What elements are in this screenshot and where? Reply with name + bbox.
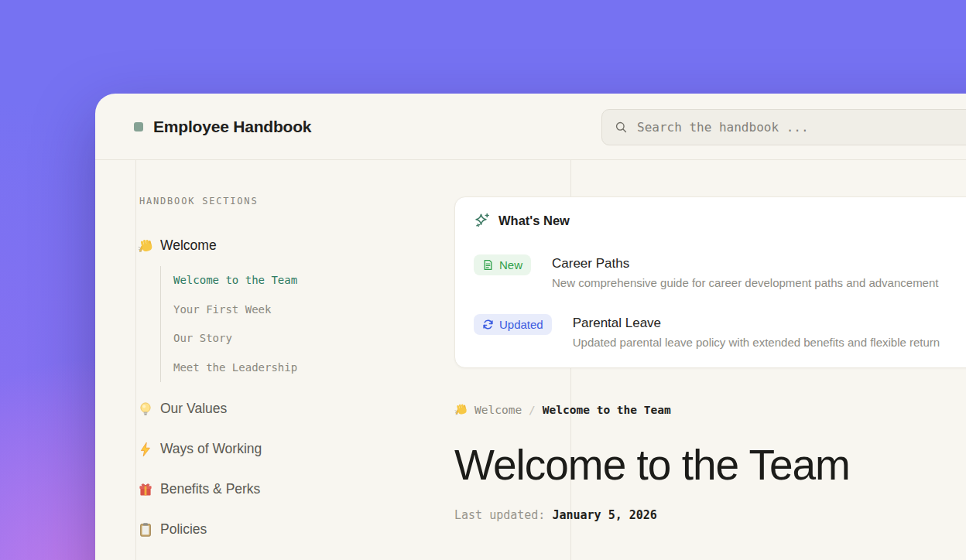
- news-item-parental-leave[interactable]: Updated Parental Leave Updated parental …: [474, 314, 966, 349]
- breadcrumb-current-page: Welcome to the Team: [543, 404, 671, 416]
- whats-new-card: What's New New Career Paths New comprehe…: [454, 196, 966, 368]
- breadcrumb: Welcome / Welcome to the Team: [454, 403, 966, 416]
- wave-icon: [138, 238, 153, 254]
- news-item-career-paths[interactable]: New Career Paths New comprehensive guide…: [474, 254, 966, 289]
- desktop-background: { "app": { "title": "Employee Handbook" …: [0, 0, 966, 560]
- sidebar-item-label: Welcome: [160, 237, 217, 254]
- search-input[interactable]: [637, 120, 966, 135]
- sidebar-item-label: Policies: [160, 521, 207, 538]
- sidebar-item-policies[interactable]: Policies: [138, 521, 471, 538]
- document-icon: [482, 259, 494, 271]
- sidebar-subitem-our-story[interactable]: Our Story: [173, 324, 471, 353]
- sparkles-icon: [474, 212, 491, 229]
- page-title: Welcome to the Team: [454, 444, 966, 487]
- sidebar-item-benefits-perks[interactable]: Benefits & Perks: [138, 481, 471, 497]
- wave-icon: [454, 403, 468, 416]
- sidebar-item-label: Our Values: [160, 401, 227, 417]
- sidebar-item-label: Ways of Working: [160, 441, 262, 457]
- sidebar-item-welcome[interactable]: Welcome: [138, 237, 471, 254]
- new-badge: New: [474, 254, 531, 275]
- last-updated: Last updated: January 5, 2026: [454, 508, 966, 522]
- sidebar-sublist: Welcome to the Team Your First Week Our …: [160, 266, 471, 382]
- sidebar-item-our-values[interactable]: Our Values: [138, 401, 471, 417]
- breadcrumb-separator: /: [529, 404, 536, 416]
- whats-new-title: What's New: [498, 213, 570, 228]
- sidebar-heading: HANDBOOK SECTIONS: [138, 196, 471, 207]
- sync-icon: [482, 319, 494, 330]
- sidebar-subitem-welcome-to-the-team[interactable]: Welcome to the Team: [173, 266, 471, 295]
- app-window: Employee Handbook HANDBOOK SECTIONS Welc…: [95, 94, 966, 560]
- last-updated-value: January 5, 2026: [552, 508, 656, 522]
- main-content: What's New New Career Paths New comprehe…: [454, 196, 966, 522]
- breadcrumb-section-link[interactable]: Welcome: [474, 404, 522, 416]
- app-title: Employee Handbook: [153, 118, 311, 136]
- news-item-description: Updated parental leave policy with exten…: [573, 336, 940, 349]
- clipboard-icon: [138, 522, 153, 538]
- sidebar-subitem-meet-the-leadership[interactable]: Meet the Leadership: [173, 353, 471, 383]
- updated-badge: Updated: [474, 314, 552, 335]
- sidebar: HANDBOOK SECTIONS Welcome Welcome to the…: [138, 196, 471, 538]
- news-item-title: Career Paths: [552, 254, 938, 272]
- gift-icon: [138, 482, 153, 497]
- left-rail-divider: [135, 160, 136, 560]
- sidebar-subitem-your-first-week[interactable]: Your First Week: [173, 295, 471, 325]
- app-logo-icon: [134, 122, 143, 131]
- sidebar-item-ways-of-working[interactable]: Ways of Working: [138, 441, 471, 457]
- app-brand: Employee Handbook: [134, 94, 311, 160]
- sidebar-item-label: Benefits & Perks: [160, 481, 260, 497]
- last-updated-label: Last updated:: [454, 508, 545, 522]
- search-bar[interactable]: [601, 109, 966, 145]
- whats-new-header: What's New: [474, 212, 966, 229]
- news-item-description: New comprehensive guide for career devel…: [552, 276, 938, 289]
- search-icon: [615, 121, 628, 134]
- zap-icon: [138, 442, 153, 457]
- bulb-icon: [138, 401, 153, 417]
- app-header: Employee Handbook: [95, 94, 966, 160]
- news-item-title: Parental Leave: [573, 314, 940, 332]
